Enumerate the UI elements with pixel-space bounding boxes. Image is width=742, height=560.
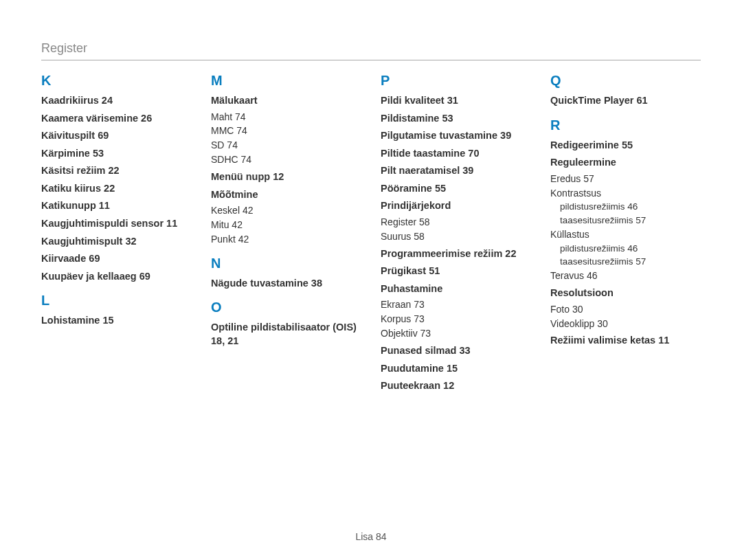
index-entry: Prindijärjekord (381, 199, 531, 213)
subentry-pages: 73 (414, 313, 425, 324)
index-entry: Resolutsioon (550, 287, 701, 300)
index-column: QQuickTime Player 61RRedigeerimine 55Reg… (550, 73, 701, 396)
entry-label: Puuteekraan (381, 380, 440, 391)
subsubentry-label: pildistusrežiimis (560, 243, 625, 254)
entry-label: Pööramine (381, 183, 432, 194)
index-subentry: Kontrastsus (550, 187, 701, 200)
entry-label: Nägude tuvastamine (211, 278, 308, 289)
index-entry: Kaadrikiirus 24 (41, 94, 192, 108)
section-letter: Q (550, 73, 701, 89)
entry-pages: 18, 21 (211, 335, 238, 346)
subentry-label: Ekraan (381, 299, 411, 310)
entry-pages: 24 (102, 95, 113, 106)
index-column: PPildi kvaliteet 31Pildistamine 53Pilgut… (381, 73, 531, 396)
subentry-pages: 30 (572, 304, 583, 315)
entry-pages: 55 (435, 183, 446, 194)
index-entry: Optiline pildistabilisaator (OIS) 18, 21 (211, 321, 361, 348)
entry-pages: 38 (311, 278, 322, 289)
entry-pages: 31 (447, 95, 458, 106)
entry-label: Kaamera värisemine (41, 113, 138, 124)
section-letter: P (381, 73, 531, 89)
index-subentry: MMC 74 (211, 124, 361, 137)
index-entry: Pööramine 55 (381, 182, 531, 196)
subentry-pages: 42 (232, 219, 243, 230)
index-subentry: Maht 74 (211, 111, 361, 124)
entry-pages: 12 (273, 171, 284, 182)
index-entry: Lohistamine 15 (41, 314, 192, 328)
subentry-label: Kontrastsus (550, 188, 601, 199)
entry-label: Piltide taastamine (381, 148, 465, 159)
entry-pages: 39 (462, 165, 473, 176)
index-entry: Reguleermine (550, 156, 701, 170)
entry-label: Käsitsi režiim (41, 165, 106, 176)
index-entry: Kiirvaade 69 (41, 252, 192, 266)
entry-label: Kaadrikiirus (41, 95, 99, 106)
subsubentry-pages: 57 (636, 215, 646, 225)
entry-label: Kiirvaade (41, 253, 86, 264)
subentry-label: Maht (211, 111, 232, 122)
entry-pages: 55 (622, 139, 633, 150)
index-subentry: Eredus 57 (550, 172, 701, 186)
entry-pages: 15 (447, 363, 458, 374)
entry-pages: 22 (109, 165, 120, 176)
entry-pages: 12 (443, 380, 454, 391)
entry-label: Lohistamine (41, 315, 100, 326)
index-subentry: Küllastus (550, 228, 701, 241)
section-letter: K (41, 73, 192, 89)
index-entry: Kaugjuhtimispuldi sensor 11 (41, 217, 192, 231)
index-entry: Menüü nupp 12 (211, 170, 361, 184)
subentry-pages: 42 (243, 205, 254, 216)
entry-label: Katiku kiirus (41, 183, 101, 194)
entry-pages: 51 (429, 265, 440, 276)
subentry-pages: 74 (236, 125, 247, 136)
index-entry: Prügikast 51 (381, 265, 531, 278)
header-rule (41, 60, 701, 60)
page-header: Register (41, 41, 701, 56)
index-entry: Kuupäev ja kellaaeg 69 (41, 270, 192, 284)
section-letter: R (550, 117, 701, 133)
subentry-label: Foto (550, 304, 570, 315)
entry-label: Mälukaart (211, 95, 258, 106)
subsubentry-pages: 57 (636, 256, 646, 267)
section-letter: O (211, 300, 361, 315)
entry-label: Kärpimine (41, 148, 90, 159)
entry-pages: 53 (442, 113, 453, 124)
subentry-pages: 73 (414, 299, 425, 310)
index-subentry: SDHC 74 (211, 153, 361, 166)
index-entry: Pilgutamise tuvastamine 39 (381, 129, 531, 143)
entry-label: Programmeerimise režiim (381, 248, 502, 259)
subentry-label: Küllastus (550, 229, 589, 240)
index-entry: Mälukaart (211, 94, 361, 108)
subentry-pages: 58 (419, 216, 430, 227)
index-entry: Käsitsi režiim 22 (41, 164, 192, 178)
entry-label: Optiline pildistabilisaator (OIS) (211, 322, 357, 333)
index-columns: KKaadrikiirus 24Kaamera värisemine 26Käi… (41, 73, 701, 396)
entry-pages: 69 (89, 253, 100, 264)
subentry-pages: 73 (420, 328, 431, 339)
index-entry: Pildistamine 53 (381, 112, 531, 126)
index-entry: Kaugjuhtimispult 32 (41, 235, 192, 249)
entry-label: Käivituspilt (41, 130, 95, 141)
index-entry: Pildi kvaliteet 31 (381, 94, 531, 108)
index-entry: Nägude tuvastamine 38 (211, 277, 361, 291)
index-entry: Puuteekraan 12 (381, 379, 531, 393)
subentry-pages: 58 (414, 231, 425, 242)
entry-label: Puudutamine (381, 363, 444, 374)
page-footer: Lisa 84 (0, 531, 742, 542)
subsubentry-label: taasesitusrežiimis (560, 215, 633, 225)
subentry-label: Objektiiv (381, 328, 418, 339)
index-column: KKaadrikiirus 24Kaamera värisemine 26Käi… (41, 73, 192, 396)
entry-pages: 22 (505, 248, 516, 259)
subsubentry-pages: 46 (627, 201, 638, 212)
entry-label: Prügikast (381, 265, 426, 276)
index-entry: Piltide taastamine 70 (381, 147, 531, 161)
index-subentry: Teravus 46 (550, 269, 701, 282)
index-entry: Katiku kiirus 22 (41, 182, 192, 196)
entry-label: Kuupäev ja kellaaeg (41, 271, 137, 282)
index-subentry: SD 74 (211, 139, 361, 152)
entry-label: Kaugjuhtimispuldi sensor (41, 218, 164, 229)
subentry-pages: 74 (241, 154, 252, 165)
entry-label: Menüü nupp (211, 171, 270, 182)
subentry-label: SDHC (211, 154, 238, 165)
index-entry: Punased silmad 33 (381, 344, 531, 358)
